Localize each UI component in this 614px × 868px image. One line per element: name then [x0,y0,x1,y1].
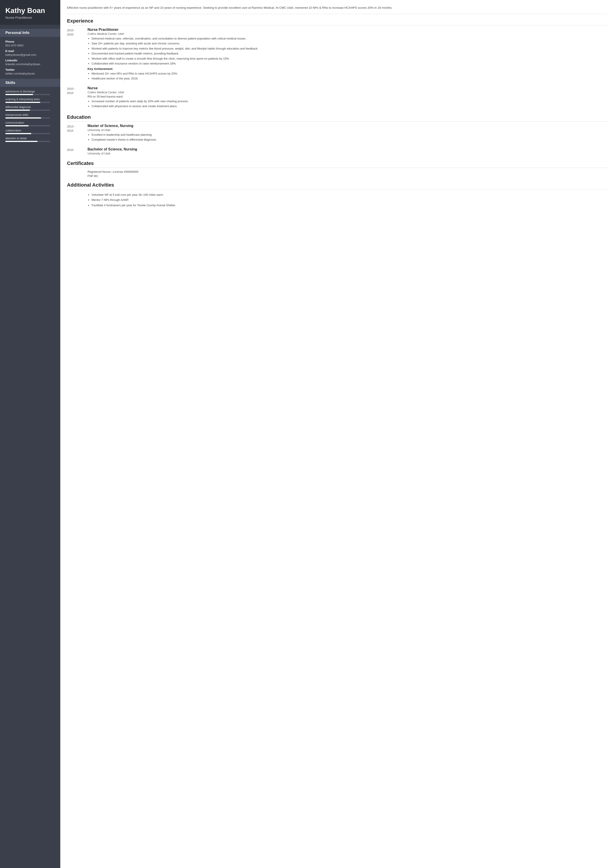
bullet-item: Completed master's thesis in differentia… [91,138,607,142]
skill-item: differential diagnosis [5,105,55,111]
skill-bar-dark [33,94,50,95]
skill-name: attention to detail [5,137,55,140]
cert-indent [67,174,83,178]
additional-activities: Volunteer NP at 5 trail runs per year 26… [67,192,607,209]
certificates-list: Registered Nurse—License #00000000FNP-BC [67,170,607,178]
skill-bar-dark [30,110,50,111]
entry-note: RN on 30-bed trauma ward. [87,95,607,98]
education-entries: 2013 - 2015Master of Science, NursingUni… [67,124,607,156]
additional-bullet: Mentor 7 NPs through AANP. [91,198,176,202]
bullet-item: Worked with patients to improve key metr… [91,46,607,51]
entry-content: NurseCollins Medical Center, UtahRN on 3… [87,86,607,110]
skill-bar-dark [41,118,50,118]
skill-bar-bg [5,141,50,142]
bullet-item: Mentored 10+ new NPs and RNs to raise HC… [91,71,607,76]
entry-institution: University of Utah [87,128,607,132]
skill-name: collaboration [5,129,55,132]
skill-item: ordering & interpreting tests [5,98,55,103]
skill-bar-fill [5,141,37,142]
skill-bar-dark [29,125,50,126]
education-bullets: Excelled in leadership and healthcare pl… [87,133,607,142]
skills-list: admissions & dischargeordering & interpr… [5,90,55,142]
additional-section: Additional Activities Volunteer NP at 5 … [67,182,607,209]
experience-entry: 2010 - 2015NurseCollins Medical Center, … [67,86,607,110]
entry-degree-title: Bachelor of Science, Nursing [87,147,607,151]
sidebar: Kathy Boan Nurse Practitioner Personal I… [0,0,60,868]
skill-item: collaboration [5,129,55,134]
entry-bullets: Increased number of patients seen daily … [87,99,607,108]
entry-bullets: Delivered medical care, referrals, coord… [87,36,607,66]
candidate-name: Kathy Boan [5,6,55,15]
skill-bar-dark [31,133,50,134]
certificates-title: Certificates [67,160,607,168]
personal-info-section: Personal Info Phone 801-870-3963 E-mail … [0,25,60,78]
bullet-item: Delivered medical care, referrals, coord… [91,36,607,41]
entry-dates: 2010 [67,147,83,156]
education-title: Education [67,114,607,122]
main-content: Effective nurse practitioner with 5+ yea… [60,0,614,868]
skills-title: Skills [0,79,60,87]
additional-content: Volunteer NP at 5 trail runs per year 26… [87,192,176,209]
linkedin-label: LinkedIn [5,59,55,62]
phone-label: Phone [5,40,55,43]
skill-bar-fill [5,133,31,134]
bullet-item: Excelled in leadership and healthcare pl… [91,133,607,137]
additional-title: Additional Activities [67,182,607,189]
skill-item: interpersonal skills [5,113,55,118]
bullet-item: Documented and tracked patient health me… [91,51,607,56]
education-section: Education 2013 - 2015Master of Science, … [67,114,607,156]
skill-bar-fill [5,102,40,103]
certificate-entry: Registered Nurse—License #00000000 [67,170,607,174]
skill-bar-bg [5,110,50,111]
entry-degree-title: Master of Science, Nursing [87,124,607,128]
entry-job-title: Nurse [87,86,607,90]
personal-info-title: Personal Info [0,29,60,37]
entry-subtitle: Collins Medical Center, Utah [87,91,607,94]
skill-bar-dark [40,102,50,103]
candidate-title: Nurse Practitioner [5,16,55,19]
twitter-value: twitter.com/kathyzboan [5,72,55,75]
bullet-item: Saw 20+ patients per day, assisting with… [91,41,607,46]
sidebar-header: Kathy Boan Nurse Practitioner [0,0,60,25]
entry-content: Master of Science, NursingUniversity of … [87,124,607,143]
bullet-item: Collaborated with insurance vendors to r… [91,61,607,66]
additional-indent [67,192,83,209]
additional-bullet: Facilitate 4 fundraisers per year for To… [91,203,176,208]
skill-name: ordering & interpreting tests [5,98,55,101]
certificate-text: Registered Nurse—License #00000000 [87,170,138,174]
experience-title: Experience [67,18,607,25]
phone-value: 801-870-3963 [5,44,55,47]
skill-name: differential diagnosis [5,105,55,109]
entry-dates: 2015 - 2020 [67,28,83,82]
linkedin-value: linkedin.com/in/kathyzboan [5,62,55,66]
additional-bullet: Volunteer NP at 5 trail runs per year 26… [91,193,176,197]
entry-content: Nurse PractitionerCollins Medical Center… [87,28,607,82]
entry-job-title: Nurse Practitioner [87,28,607,32]
bullet-item: Increased number of patients seen daily … [91,99,607,104]
twitter-label: Twitter [5,68,55,71]
key-achievement-bullets: Mentored 10+ new NPs and RNs to raise HC… [87,71,607,81]
entry-institution: University of Utah [87,152,607,155]
skill-item: communication [5,121,55,126]
skill-bar-fill [5,94,33,95]
skill-bar-dark [37,141,50,142]
key-achievement-title: Key Achievement [87,67,607,71]
skill-name: interpersonal skills [5,113,55,116]
entry-content: Bachelor of Science, NursingUniversity o… [87,147,607,156]
experience-entry: 2015 - 2020Nurse PractitionerCollins Med… [67,28,607,82]
education-entry: 2010Bachelor of Science, NursingUniversi… [67,147,607,156]
skill-name: communication [5,121,55,124]
bullet-item: Healthcare worker of the year, 2019. [91,76,607,81]
certificate-text: FNP-BC [87,174,98,178]
skill-bar-fill [5,110,30,111]
skill-bar-bg [5,94,50,95]
experience-section: Experience 2015 - 2020Nurse Practitioner… [67,18,607,110]
bullet-item: Worked with office staff to create a smo… [91,56,607,61]
email-label: E-mail [5,49,55,53]
skills-section: Skills admissions & dischargeordering & … [0,78,60,149]
experience-entries: 2015 - 2020Nurse PractitionerCollins Med… [67,28,607,110]
skill-bar-fill [5,118,41,118]
skill-bar-fill [5,125,29,126]
entry-dates: 2013 - 2015 [67,124,83,143]
additional-bullets: Volunteer NP at 5 trail runs per year 26… [87,193,176,208]
